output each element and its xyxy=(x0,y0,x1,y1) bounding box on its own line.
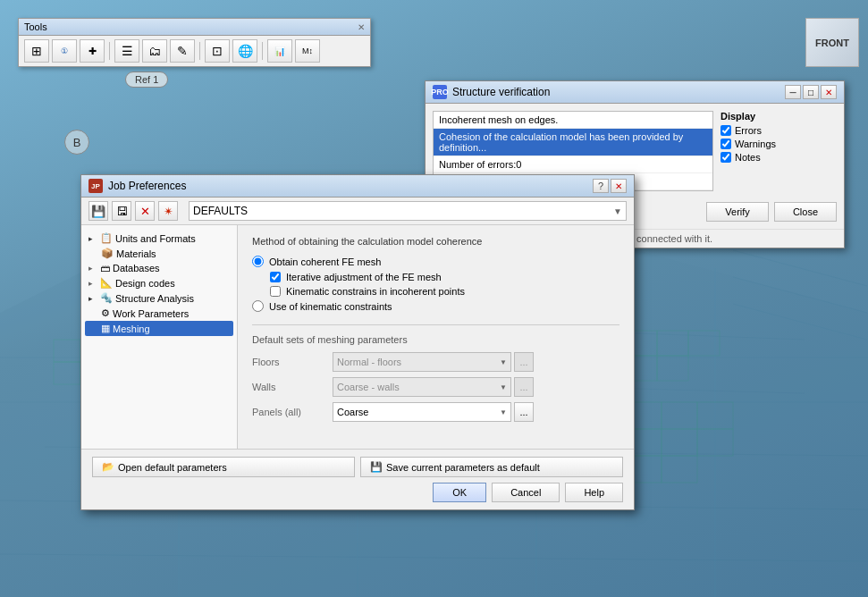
jp-toolbar-reset-icon[interactable]: ✴ xyxy=(158,201,178,221)
tools-close-btn[interactable]: ✕ xyxy=(358,22,365,32)
tree-item-databases[interactable]: ▸ 🗃 Databases xyxy=(85,261,233,275)
panels-dots-btn[interactable]: ... xyxy=(514,402,534,422)
job-pref-controls: ? ✕ xyxy=(593,179,627,193)
defaults-dropdown[interactable]: DEFAULTS ▼ xyxy=(189,201,627,221)
tool-btn-3[interactable]: ✚ xyxy=(80,39,105,63)
tools-titlebar: Tools ✕ xyxy=(19,19,370,36)
floors-param-row: Floors Normal - floors Coarse - floors F… xyxy=(252,352,619,372)
meshing-section: Default sets of meshing parameters Floor… xyxy=(252,324,619,422)
struct-verify-minimize-btn[interactable]: ─ xyxy=(785,85,801,99)
tree-icon-work: ⚙ xyxy=(101,307,110,319)
job-preferences-window: JP Job Preferences ? ✕ 💾 🖫 ✕ ✴ DEFAULTS … xyxy=(80,174,635,510)
ref-label: Ref 1 xyxy=(125,71,168,88)
tool-btn-10[interactable]: M↕ xyxy=(295,39,320,63)
checkbox-kinematic-input[interactable] xyxy=(270,286,281,297)
radio-kinematic-constraints: Use of kinematic constraints xyxy=(252,300,619,312)
checkbox-kinematic: Kinematic constrains in incoherent point… xyxy=(252,286,619,297)
display-label: Display xyxy=(721,111,837,122)
tool-btn-9[interactable]: 📊 xyxy=(267,39,292,63)
checkbox-iterative-label: Iterative adjustment of the FE mesh xyxy=(286,272,442,282)
errors-checkbox[interactable] xyxy=(721,125,731,136)
job-pref-help-btn[interactable]: ? xyxy=(593,179,609,193)
floors-dots-btn[interactable]: ... xyxy=(514,352,534,372)
radio-kinematic-input[interactable] xyxy=(252,300,264,312)
tree-item-structure-analysis[interactable]: ▸ 🔩 Structure Analysis xyxy=(85,290,233,306)
open-default-icon: 📂 xyxy=(102,461,114,473)
warnings-checkbox-row: Warnings xyxy=(721,139,837,149)
job-pref-footer: 📂 Open default parameters 💾 Save current… xyxy=(81,449,634,509)
tool-btn-1[interactable]: ⊞ xyxy=(24,39,49,63)
tool-btn-8[interactable]: 🌐 xyxy=(232,39,257,63)
tool-btn-7[interactable]: ⊡ xyxy=(205,39,230,63)
job-pref-close-btn[interactable]: ✕ xyxy=(611,179,627,193)
tools-window: Tools ✕ ⊞ ① ✚ ☰ 🗂 ✎ ⊡ 🌐 📊 M↕ xyxy=(18,18,371,67)
job-pref-body: ▸ 📋 Units and Formats 📦 Materials ▸ 🗃 Da… xyxy=(81,225,634,449)
errors-label: Errors xyxy=(735,125,762,136)
floors-param-label: Floors xyxy=(252,357,333,367)
verify-message-1[interactable]: Incoherent mesh on edges. xyxy=(434,112,712,129)
walls-param-label: Walls xyxy=(252,382,333,392)
content-panel: Method of obtaining the calculation mode… xyxy=(238,225,634,449)
radio-kinematic-label: Use of kinematic constraints xyxy=(269,301,392,312)
floors-select[interactable]: Normal - floors Coarse - floors Fine - f… xyxy=(333,353,510,371)
verify-close-btn[interactable]: Close xyxy=(774,202,837,222)
notes-checkbox-row: Notes xyxy=(721,152,837,163)
b-label-text: B xyxy=(73,136,81,149)
verify-message-2[interactable]: Cohesion of the calculation model has be… xyxy=(434,129,712,156)
defaults-label: DEFAULTS xyxy=(193,205,248,217)
jp-toolbar-save2-icon[interactable]: 🖫 xyxy=(112,201,131,221)
jp-toolbar-close-icon[interactable]: ✕ xyxy=(135,201,155,221)
open-default-params-btn[interactable]: 📂 Open default parameters xyxy=(92,457,355,477)
walls-dots-btn[interactable]: ... xyxy=(514,377,534,397)
defaults-dropdown-arrow-icon: ▼ xyxy=(613,206,622,216)
checkbox-iterative-input[interactable] xyxy=(270,272,281,282)
struct-verify-title: Structure verification xyxy=(452,86,550,98)
tool-btn-2[interactable]: ① xyxy=(52,39,77,63)
jp-toolbar-save-icon[interactable]: 💾 xyxy=(88,201,108,221)
warnings-checkbox[interactable] xyxy=(721,139,731,149)
tree-item-work-params[interactable]: ⚙ Work Parameters xyxy=(85,306,233,321)
verify-btn[interactable]: Verify xyxy=(706,202,769,222)
walls-select[interactable]: Coarse - walls Normal - walls Fine - wal… xyxy=(333,378,510,396)
tool-btn-4[interactable]: ☰ xyxy=(114,39,139,63)
tree-item-materials[interactable]: 📦 Materials xyxy=(85,246,233,261)
save-current-params-btn[interactable]: 💾 Save current parameters as default xyxy=(360,457,623,477)
toolbar-sep-3 xyxy=(262,42,263,60)
radio-coherent-mesh: Obtain coherent FE mesh xyxy=(252,256,619,267)
tree-panel: ▸ 📋 Units and Formats 📦 Materials ▸ 🗃 Da… xyxy=(81,225,238,449)
tools-window-title: Tools xyxy=(24,21,47,32)
radio-coherent-mesh-input[interactable] xyxy=(252,256,264,267)
cancel-btn[interactable]: Cancel xyxy=(492,483,560,502)
tree-item-design-codes[interactable]: ▸ 📐 Design codes xyxy=(85,275,233,290)
save-current-label: Save current parameters as default xyxy=(386,462,540,473)
help-btn[interactable]: Help xyxy=(565,483,623,502)
panels-param-label: Panels (all) xyxy=(252,407,333,417)
struct-verify-close-btn[interactable]: ✕ xyxy=(821,85,837,99)
notes-checkbox[interactable] xyxy=(721,152,731,163)
panels-select[interactable]: Coarse Normal Fine xyxy=(333,403,510,421)
tree-icon-databases: 🗃 xyxy=(100,263,110,273)
front-text: FRONT xyxy=(815,38,849,48)
open-default-label: Open default parameters xyxy=(118,462,227,473)
tree-icon-units: 📋 xyxy=(100,232,113,244)
tools-toolbar: ⊞ ① ✚ ☰ 🗂 ✎ ⊡ 🌐 📊 M↕ xyxy=(19,36,370,66)
tree-item-units-and-formats[interactable]: ▸ 📋 Units and Formats xyxy=(85,231,233,246)
tool-btn-6[interactable]: ✎ xyxy=(170,39,195,63)
ref-label-text: Ref 1 xyxy=(135,74,158,85)
panels-dropdown[interactable]: Coarse Normal Fine xyxy=(333,402,511,422)
tree-item-meshing[interactable]: ▦ Meshing xyxy=(85,321,233,336)
checkbox-iterative: Iterative adjustment of the FE mesh xyxy=(252,272,619,282)
footer-action-row: 📂 Open default parameters 💾 Save current… xyxy=(92,457,623,477)
toolbar-sep-2 xyxy=(199,42,200,60)
tool-btn-5[interactable]: 🗂 xyxy=(142,39,167,63)
verify-display-panel: Display Errors Warnings Notes xyxy=(721,111,837,191)
verify-message-3[interactable]: Number of errors:0 xyxy=(434,156,712,173)
job-pref-title-area: JP Job Preferences xyxy=(88,179,186,193)
struct-verify-maximize-btn[interactable]: □ xyxy=(803,85,819,99)
b-circle-label: B xyxy=(64,130,89,155)
svg-line-31 xyxy=(733,250,867,286)
tree-expander-databases: ▸ xyxy=(88,264,97,273)
front-cube-label: FRONT xyxy=(805,18,859,67)
ok-btn[interactable]: OK xyxy=(433,483,486,502)
walls-param-row: Walls Coarse - walls Normal - walls Fine… xyxy=(252,377,619,397)
